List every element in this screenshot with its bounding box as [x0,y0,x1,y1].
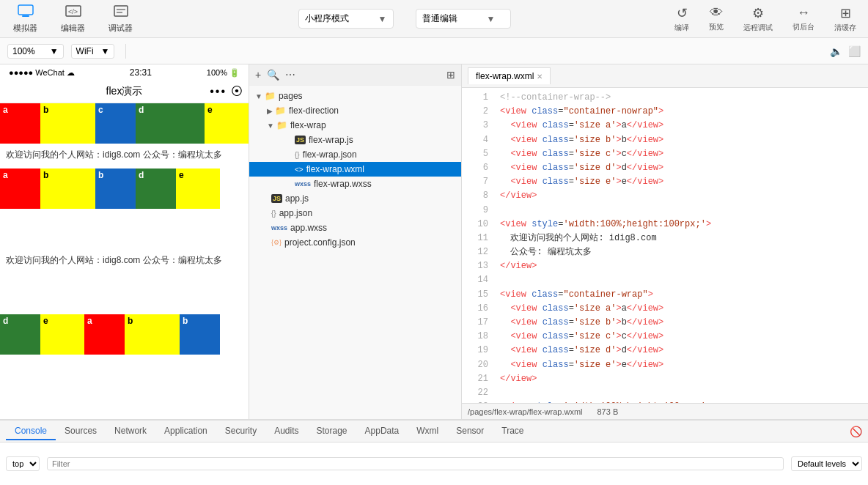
bottom-tab-icons: 🚫 [850,426,862,437]
flex-section-wrap: a b b d e 欢迎访问我的个人网站：idig8.com 公众号：编程坑太多 [0,169,249,271]
tree-item-flex-wrap-json[interactable]: {} flex-wrap.json [249,147,461,162]
flex-direction-folder-icon: 📁 [275,105,286,116]
bottom-tab-security[interactable]: Security [216,423,265,440]
item-e-2: e [176,169,220,209]
svg-text:</>: </> [68,8,78,15]
line-number: 21 [468,372,488,386]
code-editor[interactable]: 1<!--container-wrap-->2<view class="cont… [462,88,868,403]
bottom-tab-console[interactable]: Console [6,423,56,440]
bottom-tab-sources[interactable]: Sources [56,423,106,440]
welcome-text-1: 欢迎访问我的个人网站：idig8.com 公众号：编程坑太多 [0,144,249,166]
line-number: 4 [468,133,488,147]
compile-btn[interactable]: ↺ 编译 [670,4,694,34]
level-select[interactable]: Default levels [791,456,862,471]
code-tab-flex-wrap-wxml[interactable]: flex-wrap.wxml ✕ [468,67,551,84]
code-line: 8</view> [462,189,868,203]
code-line: 20 <view class='size e'>e</view> [462,358,868,372]
tree-item-app-json[interactable]: {} app.json [249,206,461,221]
svg-rect-4 [114,6,128,16]
phone-panel: ●●●●● WeChat ☁ 23:31 100% 🔋 flex演示 ••• ⦿… [0,64,249,419]
editor-icon: </> [65,4,82,21]
tree-item-app-wxss[interactable]: wxss app.wxss [249,221,461,235]
flex-wrap-label: flex-wrap [290,120,326,130]
tree-item-flex-wrap-js[interactable]: JS flex-wrap.js [249,133,461,147]
phone-status-bar: ●●●●● WeChat ☁ 23:31 100% 🔋 [0,64,249,81]
tree-item-app-js[interactable]: JS app.js [249,191,461,206]
phone-content: a b c d e 欢迎访问我的个人网站：idig8.com 公众号：编程坑太多… [0,103,249,419]
bottom-tab-audits[interactable]: Audits [265,423,307,440]
network-select[interactable]: WiFi ▼ [71,44,115,59]
code-line: 11 欢迎访问我的个人网站: idig8.com [462,232,868,245]
line-number: 2 [468,105,488,119]
app-wxss-icon: wxss [271,224,287,232]
tree-item-flex-wrap-wxss[interactable]: wxss flex-wrap.wxss [249,177,461,191]
debugger-icon [112,4,130,21]
config-icon: {⚙} [271,239,282,246]
tree-item-pages[interactable]: ▼ 📁 pages [249,89,461,103]
time-label: 23:31 [130,67,152,78]
tree-item-flex-wrap-wxml[interactable]: <> flex-wrap.wxml [249,162,461,177]
switchback-icon: ↔ [797,5,810,21]
debugger-btn[interactable]: 调试器 [103,1,139,37]
flex-wrap-wxss-label: flex-wrap.wxss [314,179,372,189]
panel-icon[interactable]: ⊞ [446,69,455,81]
bottom-tabs: ConsoleSourcesNetworkApplicationSecurity… [0,421,868,443]
file-path-label: /pages/flex-wrap/flex-wrap.wxml [468,407,583,416]
line-number: 22 [468,386,488,400]
console-controls: top [6,456,40,471]
no-entry-icon[interactable]: 🚫 [850,426,862,437]
more-icon[interactable]: ⋯ [285,69,295,81]
record-icon[interactable]: ⦿ [231,85,243,98]
code-line: 3 <view class='size a'>a</view> [462,119,868,133]
line-content: <!--container-wrap--> [500,91,862,105]
capture-icon[interactable]: ⬜ [848,45,861,57]
add-file-icon[interactable]: + [255,69,261,81]
svg-rect-0 [18,5,33,15]
code-tab-label: flex-wrap.wxml [476,71,534,81]
mode-dropdown[interactable]: 小程序模式 ▼ [298,9,394,29]
tree-item-flex-direction[interactable]: ▶ 📁 flex-direction [249,103,461,118]
compile-dropdown[interactable]: 普通编辑 ▼ [416,9,511,29]
close-tab-icon[interactable]: ✕ [537,73,542,81]
tree-item-project-config[interactable]: {⚙} project.config.json [249,235,461,250]
preview-btn[interactable]: 👁 预览 [705,4,728,34]
line-number: 1 [468,91,488,105]
remote-btn-label: 远程调试 [743,23,773,33]
code-line: 7 <view class='size e'>e</view> [462,175,868,189]
bottom-tab-network[interactable]: Network [106,423,155,440]
flex-direction-arrow-icon: ▶ [267,107,273,115]
tree-item-flex-wrap[interactable]: ▼ 📁 flex-wrap [249,118,461,133]
toolbar-divider [125,44,126,59]
compile-icon: ↺ [677,5,688,21]
simulator-btn[interactable]: 模拟器 [7,1,43,37]
bottom-tab-storage[interactable]: Storage [308,423,356,440]
top-select[interactable]: top [6,456,40,471]
zoom-value: 100% [12,46,35,56]
bottom-tab-trace[interactable]: Trace [493,423,532,440]
bottom-tab-wxml[interactable]: Wxml [408,423,447,440]
code-panel: flex-wrap.wxml ✕ 1<!--container-wrap-->2… [462,64,868,419]
line-number: 10 [468,218,488,232]
filter-input[interactable] [47,457,784,470]
line-content: <view class="container-nowrap"> [500,105,862,119]
search-icon[interactable]: 🔍 [267,69,279,81]
phone-title-bar: flex演示 ••• ⦿ [0,81,249,103]
bottom-tab-appdata[interactable]: AppData [356,423,408,440]
line-content: </view> [500,259,862,273]
pages-folder-icon: 📁 [265,91,276,101]
editor-btn[interactable]: </> 编辑器 [55,1,91,37]
more-options-icon[interactable]: ••• [210,85,227,98]
bottom-tab-sensor[interactable]: Sensor [447,423,493,440]
flex-wrap-folder-icon: 📁 [276,120,287,130]
wxss-icon: wxss [295,180,311,188]
switchback-btn[interactable]: ↔ 切后台 [788,4,819,34]
item-d-3: d [0,314,40,355]
app-js-label: app.js [285,193,309,204]
zoom-select[interactable]: 100% ▼ [7,44,64,59]
pages-label: pages [279,91,303,101]
volume-icon[interactable]: 🔈 [830,45,842,57]
remote-debug-btn[interactable]: ⚙ 远程调试 [739,4,777,34]
bottom-tab-application[interactable]: Application [155,423,216,440]
clearcache-btn[interactable]: ⊞ 清缓存 [830,4,861,34]
line-number: 12 [468,245,488,259]
